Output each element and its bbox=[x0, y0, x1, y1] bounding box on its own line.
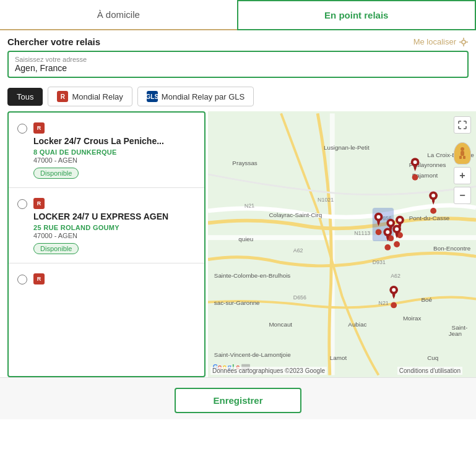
relay-address-2: 25 RUE ROLAND GOUMY bbox=[33, 224, 196, 231]
filter-all-label: Tous bbox=[17, 92, 33, 101]
svg-text:Prayssas: Prayssas bbox=[232, 160, 257, 166]
address-input-wrapper[interactable]: Saisissez votre adresse Agen, France bbox=[7, 51, 469, 78]
zoom-out-icon: − bbox=[459, 190, 465, 201]
svg-point-44 bbox=[376, 229, 382, 235]
relay-radio-1[interactable] bbox=[17, 124, 27, 134]
mondial-relay-icon: R bbox=[57, 91, 68, 102]
svg-text:D656: D656 bbox=[293, 294, 306, 301]
map-container[interactable]: N21 D656 A62 D931 A62 D656 N21 N1113 N10… bbox=[208, 111, 476, 377]
pegman-button[interactable] bbox=[454, 142, 471, 165]
svg-point-41 bbox=[430, 208, 436, 214]
search-section: Chercher votre relais Me localiser Saisi… bbox=[0, 30, 476, 82]
filter-bar: Tous R Mondial Relay GLS Mondial Relay p… bbox=[0, 82, 476, 111]
svg-text:Moirax: Moirax bbox=[403, 315, 422, 322]
localize-icon bbox=[459, 37, 469, 47]
svg-point-52 bbox=[398, 218, 402, 222]
relay-list: R Locker 24/7 Crous La Peniche... 8 QUAI… bbox=[7, 111, 206, 377]
relay-name-1: Locker 24/7 Crous La Peniche... bbox=[33, 136, 196, 146]
filter-gls-label: Mondial Relay par GLS bbox=[162, 92, 244, 101]
svg-text:N21: N21 bbox=[379, 300, 389, 306]
svg-text:Lamot: Lamot bbox=[330, 354, 347, 361]
svg-text:A62: A62 bbox=[391, 273, 400, 279]
relay-info-3: R bbox=[33, 272, 196, 287]
relay-radio-2[interactable] bbox=[17, 199, 27, 209]
gls-icon: GLS bbox=[147, 91, 158, 102]
svg-point-53 bbox=[384, 244, 391, 250]
svg-text:Aubiac: Aubiac bbox=[348, 321, 366, 328]
relay-item[interactable]: R Locker 24/7 Crous La Peniche... 8 QUAI… bbox=[9, 113, 204, 188]
svg-point-38 bbox=[412, 174, 418, 181]
svg-text:Sainte-Colombe-en-Brulhois: Sainte-Colombe-en-Brulhois bbox=[214, 272, 291, 279]
footer: Enregistrer bbox=[0, 377, 476, 419]
fullscreen-button[interactable] bbox=[454, 116, 471, 134]
svg-point-0 bbox=[462, 40, 465, 44]
relay-item[interactable]: R LOCKER 24/7 U EXPRESS AGEN 25 RUE ROLA… bbox=[9, 188, 204, 263]
svg-text:Bon-Encontre: Bon-Encontre bbox=[433, 245, 471, 252]
relay-item[interactable]: R bbox=[9, 263, 204, 296]
svg-text:Pont-du-Casse: Pont-du-Casse bbox=[409, 215, 450, 221]
filter-all[interactable]: Tous bbox=[7, 88, 43, 106]
fullscreen-icon bbox=[457, 120, 467, 130]
svg-rect-72 bbox=[463, 156, 465, 159]
svg-text:Moncaut: Moncaut bbox=[269, 321, 292, 328]
svg-text:Saint-Vincent-de-Lamontjoie: Saint-Vincent-de-Lamontjoie bbox=[214, 351, 291, 358]
pegman-icon bbox=[457, 147, 467, 160]
svg-point-55 bbox=[386, 230, 389, 234]
svg-text:quieu: quieu bbox=[238, 236, 253, 242]
relay-status-2: Disponible bbox=[33, 243, 79, 254]
tab-relay[interactable]: En point relais bbox=[237, 0, 477, 30]
search-header: Chercher votre relais Me localiser bbox=[7, 36, 469, 47]
svg-text:D931: D931 bbox=[373, 259, 386, 265]
svg-rect-70 bbox=[461, 151, 464, 156]
svg-point-43 bbox=[431, 194, 435, 197]
relay-radio-3[interactable] bbox=[17, 275, 27, 284]
map-terms-label: Conditions d'utilisation bbox=[399, 367, 461, 374]
address-label: Saisissez votre adresse bbox=[15, 56, 461, 63]
svg-point-58 bbox=[395, 227, 399, 231]
map-terms[interactable]: Conditions d'utilisation bbox=[397, 367, 462, 375]
svg-text:Lusignan-le-Petit: Lusignan-le-Petit bbox=[324, 144, 370, 151]
address-value: Agen, France bbox=[15, 63, 461, 73]
svg-text:Cuq: Cuq bbox=[427, 354, 438, 361]
svg-rect-71 bbox=[459, 156, 462, 159]
relay-address-1: 8 QUAI DE DUNKERQUE bbox=[33, 148, 196, 156]
svg-text:A62: A62 bbox=[293, 247, 303, 254]
delivery-tabs: À domicile En point relais bbox=[0, 0, 476, 30]
relay-brand-icon-3: R bbox=[33, 273, 45, 284]
main-content: R Locker 24/7 Crous La Peniche... 8 QUAI… bbox=[0, 111, 476, 377]
zoom-in-button[interactable]: + bbox=[454, 167, 471, 184]
localize-button[interactable]: Me localiser bbox=[413, 37, 469, 47]
relay-name-2: LOCKER 24/7 U EXPRESS AGEN bbox=[33, 212, 196, 221]
map-controls bbox=[454, 116, 471, 134]
relay-city-2: 47000 - AGEN bbox=[33, 232, 196, 239]
svg-text:N21: N21 bbox=[244, 202, 255, 209]
svg-point-61 bbox=[392, 288, 396, 292]
svg-text:sac-sur-Garonne: sac-sur-Garonne bbox=[214, 299, 260, 306]
relay-status-1: Disponible bbox=[33, 168, 79, 179]
relay-info-2: R LOCKER 24/7 U EXPRESS AGEN 25 RUE ROLA… bbox=[33, 197, 196, 254]
filter-mondial[interactable]: R Mondial Relay bbox=[48, 87, 132, 106]
svg-point-69 bbox=[461, 147, 464, 151]
search-title: Chercher votre relais bbox=[7, 36, 100, 47]
localize-label: Me localiser bbox=[413, 37, 456, 46]
relay-info-1: R Locker 24/7 Crous La Peniche... 8 QUAI… bbox=[33, 121, 196, 179]
filter-mondial-label: Mondial Relay bbox=[72, 92, 123, 101]
svg-point-49 bbox=[389, 221, 392, 225]
svg-point-40 bbox=[413, 160, 417, 164]
save-button[interactable]: Enregistrer bbox=[175, 388, 301, 413]
map-attribution: Données cartographiques ©2023 Google bbox=[210, 367, 327, 375]
svg-point-56 bbox=[394, 241, 400, 247]
relay-city-1: 47000 - AGEN bbox=[33, 156, 196, 164]
svg-text:N1113: N1113 bbox=[354, 230, 370, 236]
map-right-controls: + − bbox=[454, 142, 471, 204]
svg-text:Colayrac-Saint-Cirq: Colayrac-Saint-Cirq bbox=[269, 212, 322, 218]
svg-text:N1021: N1021 bbox=[318, 197, 334, 203]
svg-text:Jean: Jean bbox=[449, 330, 462, 337]
svg-point-59 bbox=[391, 302, 397, 308]
zoom-in-icon: + bbox=[459, 170, 465, 181]
relay-brand-icon-2: R bbox=[33, 198, 45, 209]
tab-home[interactable]: À domicile bbox=[0, 0, 237, 29]
zoom-out-button[interactable]: − bbox=[454, 187, 471, 204]
svg-point-46 bbox=[377, 215, 381, 219]
filter-gls[interactable]: GLS Mondial Relay par GLS bbox=[137, 87, 254, 106]
